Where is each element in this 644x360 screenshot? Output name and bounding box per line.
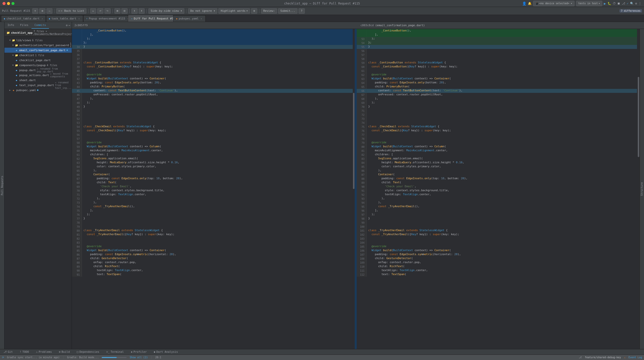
right-line-90: 90 'Check your Email',: [357, 185, 640, 189]
expand-arrow-pubspec[interactable]: ▶: [8, 89, 12, 92]
line-content-62: SvgIcons.application.email(: [82, 157, 355, 161]
tree-item-components-popup[interactable]: ▼ 📁 components/popup 4 files: [4, 63, 72, 68]
redo-button[interactable]: ↪: [104, 8, 111, 14]
tree-item-text-input-popup[interactable]: ◆ text_input_popup.dart ← renamed from t…: [4, 83, 72, 88]
review-button[interactable]: Review:: [261, 8, 277, 14]
sidebar-tab-info[interactable]: Info: [4, 22, 17, 29]
run-icon[interactable]: ▶: [604, 1, 606, 5]
profiler-tab[interactable]: ◈ Profiler: [130, 349, 148, 355]
left-commit-hash: 2c005ff9: [74, 24, 88, 27]
right-line-96: 96 ],: [357, 209, 640, 213]
tab-pubspec[interactable]: ◆ pubspec.yaml ×: [173, 15, 206, 22]
sidebar-tab-files[interactable]: Files: [17, 22, 32, 29]
device-selector[interactable]: 📱 <no device selected> ▾: [533, 1, 574, 6]
left-diff-panel[interactable]: _ContinueButton(), ], ); }; 34: [72, 29, 355, 349]
undo-button[interactable]: ↩: [97, 8, 104, 14]
prev-diff-button[interactable]: ⬆: [132, 8, 138, 14]
terminal-tab[interactable]: >_ Terminal: [105, 349, 125, 355]
notification-icon[interactable]: 🔔: [528, 2, 532, 5]
tree-item-popup[interactable]: ◆ popup.dart ← renamed from pop_up.dart: [4, 68, 72, 73]
check-icon[interactable]: ✓: [627, 2, 628, 5]
back-to-list-button[interactable]: ← ← Back to List: [56, 8, 86, 14]
status-divider-2: |: [151, 356, 152, 359]
left-scrollbar-thumb[interactable]: [353, 93, 354, 189]
profile-icon[interactable]: ⏱: [613, 2, 616, 5]
collapse-arrow-2[interactable]: ▼: [12, 44, 14, 47]
collapse-all-button[interactable]: ⊟: [122, 8, 128, 14]
tab-close-5-icon[interactable]: ×: [200, 17, 203, 20]
tab-close-2-icon[interactable]: ×: [78, 17, 80, 20]
rline-content-62: @override: [367, 73, 640, 77]
tree-item-checklist[interactable]: ▼ 📁 checklist 1 file: [4, 53, 72, 58]
popup-actions-note: ← moved from components: [50, 72, 71, 78]
expand-all-button[interactable]: ⊞: [114, 8, 121, 14]
debug-icon[interactable]: 🐛: [608, 2, 611, 5]
close-button[interactable]: [2, 2, 6, 5]
more-icon[interactable]: ⋮: [638, 2, 642, 5]
tab-diff-pr[interactable]: ↔ Diff for Pull Request #115 ×: [128, 15, 173, 22]
collapse-arrow[interactable]: ▼: [8, 39, 12, 42]
ignore-whitespace-button[interactable]: Do not ignore ▾: [188, 8, 217, 14]
git-tab[interactable]: ⎇ Git: [2, 349, 14, 355]
build-tab[interactable]: ⚙ Build: [58, 349, 72, 355]
rline-num-60: 60: [357, 65, 367, 69]
show-all-link[interactable]: Show all (2): [130, 356, 148, 359]
tab-popup-enhancement[interactable]: ⬆ Popup enhancement #115 ×: [83, 15, 128, 22]
window-controls[interactable]: [2, 2, 14, 5]
right-line-88: 88 padding: const EdgeInsets.only(top: 1…: [357, 177, 640, 181]
highlight-words-button[interactable]: Highlight words ▾: [218, 8, 250, 14]
tab-close-3-icon[interactable]: ×: [126, 17, 128, 20]
tree-item-checklist-page[interactable]: ◆ checklist_page.dart: [4, 58, 72, 63]
collapse-arrow-3[interactable]: ▼: [12, 54, 14, 57]
right-scrollbar[interactable]: [637, 29, 640, 349]
settings-button[interactable]: ⚙: [39, 8, 46, 14]
left-scrollbar[interactable]: [353, 29, 355, 349]
todo-tab[interactable]: ! TODO: [18, 349, 30, 355]
diff-tab-icon: ↔: [131, 17, 132, 20]
line-num-82: 82: [72, 237, 82, 241]
sidebar-settings-icon[interactable]: ⚙: [66, 24, 68, 27]
code-line-59: 59 Widget build(BuildContext context) =>…: [72, 145, 355, 149]
avatar-icon[interactable]: 👤: [522, 1, 526, 5]
diff-settings-button[interactable]: ⚙: [251, 8, 257, 14]
search-icon[interactable]: 🔍: [630, 2, 634, 5]
code-line-44: 44 child: PrimaryButton(: [72, 85, 355, 89]
dependencies-tab[interactable]: □ Dependencies: [75, 349, 101, 355]
dart-analysis-tab[interactable]: ◆ Dart Analysis: [152, 349, 179, 355]
tab-close-icon[interactable]: ×: [41, 17, 44, 20]
right-diff-panel[interactable]: _ContinueButton(), ], 53 ); 54 }; 55 }: [355, 29, 640, 349]
tree-item-lib-views[interactable]: ▼ 📁 lib/views 6 files: [4, 38, 72, 43]
tree-item-auth[interactable]: ▼ 📁 authentication/forget_password 1 fil…: [4, 43, 72, 48]
structure-sidebar-label[interactable]: Structure: [640, 29, 644, 349]
event-log-link[interactable]: Event Log: [628, 356, 642, 359]
git-icon[interactable]: ⎇: [622, 2, 625, 5]
maximize-button[interactable]: [12, 2, 14, 5]
next-diff-button[interactable]: ⬇: [139, 8, 145, 14]
pr-sidebar-label[interactable]: Pull Requests: [0, 22, 4, 349]
collapse-arrow-4[interactable]: ▼: [12, 64, 14, 67]
tree-item-popup-actions[interactable]: ◆ popup_actions.dart ← moved from compon…: [4, 73, 72, 78]
stop-icon[interactable]: ⏹: [617, 2, 620, 5]
help-button[interactable]: ?: [298, 8, 305, 14]
side-by-side-button[interactable]: Side-by-side view ▾: [148, 8, 184, 14]
tab-task-table[interactable]: ◆ task_table.dart ×: [46, 15, 83, 22]
code-line-76: 76 );: [72, 213, 355, 217]
rline-num-73: 73: [357, 117, 367, 121]
problems-tab[interactable]: ⚠ Problems: [34, 349, 54, 355]
minimize-button[interactable]: [7, 2, 10, 5]
line-content-90: textAlign: TextAlign.center,: [82, 269, 355, 273]
edit-button[interactable]: ✏: [90, 8, 96, 14]
right-scrollbar-thumb[interactable]: [638, 77, 639, 157]
sidebar-expand-icon[interactable]: ⇔: [68, 24, 70, 27]
tab-checklist-table[interactable]: ◆ checklist_table.dart ×: [1, 15, 46, 22]
submit-button[interactable]: Submit...: [278, 8, 298, 14]
sidebar-tab-commits[interactable]: Commits: [32, 22, 49, 29]
tree-item-email-confirmation[interactable]: ◆ email_confirmation_page.dart: [4, 48, 72, 53]
gear-icon[interactable]: ⚙: [635, 2, 637, 5]
collapse-button[interactable]: –: [46, 8, 53, 14]
rline-num-2: [357, 33, 367, 37]
folder-icon-lib: 📁: [12, 38, 16, 42]
line-num-67: 67: [72, 177, 82, 181]
add-button[interactable]: +: [32, 8, 38, 14]
tests-in-test-button[interactable]: tests in test ▾: [576, 1, 602, 6]
